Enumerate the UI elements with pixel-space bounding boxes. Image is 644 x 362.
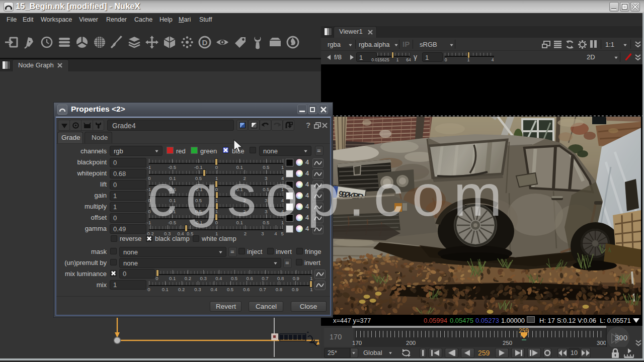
svg-text:D: D xyxy=(202,38,208,47)
